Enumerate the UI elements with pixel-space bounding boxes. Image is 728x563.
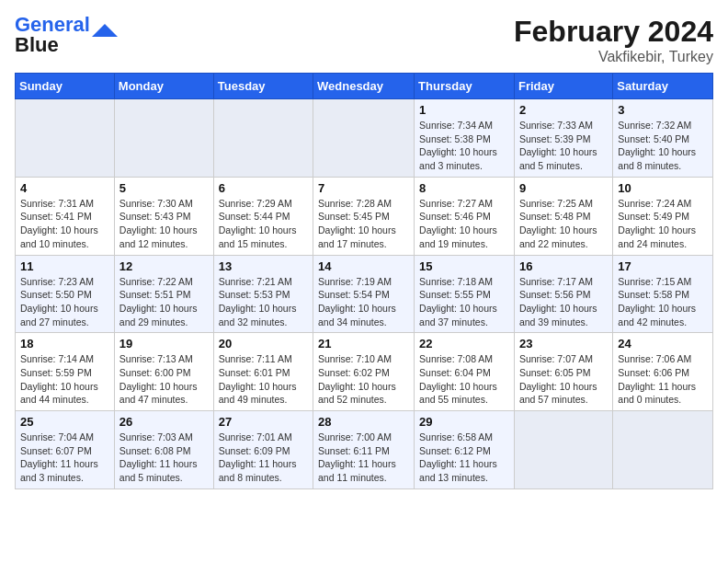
day-number: 18 [20,337,109,350]
day-info: Sunrise: 7:15 AMSunset: 5:58 PMDaylight:… [618,275,708,329]
table-row: 4Sunrise: 7:31 AMSunset: 5:41 PMDaylight… [16,177,115,255]
table-row: 12Sunrise: 7:22 AMSunset: 5:51 PMDayligh… [114,255,213,333]
table-row [213,99,313,178]
title-block: February 2024 Vakfikebir, Turkey [514,15,713,65]
day-info: Sunrise: 7:14 AMSunset: 5:59 PMDaylight:… [20,352,109,407]
calendar-week-row: 11Sunrise: 7:23 AMSunset: 5:50 PMDayligh… [16,255,713,333]
page-header: GeneralBlue February 2024 Vakfikebir, Tu… [15,15,713,65]
table-row: 21Sunrise: 7:10 AMSunset: 6:02 PMDayligh… [313,333,415,411]
day-info: Sunrise: 7:27 AMSunset: 5:46 PMDaylight:… [419,197,509,251]
table-row: 14Sunrise: 7:19 AMSunset: 5:54 PMDayligh… [313,255,415,333]
table-row: 23Sunrise: 7:07 AMSunset: 6:05 PMDayligh… [514,333,612,411]
calendar-week-row: 4Sunrise: 7:31 AMSunset: 5:41 PMDaylight… [16,177,713,255]
table-row: 2Sunrise: 7:33 AMSunset: 5:39 PMDaylight… [514,99,612,178]
calendar-table: Sunday Monday Tuesday Wednesday Thursday… [15,73,713,489]
subtitle: Vakfikebir, Turkey [514,49,713,65]
day-number: 25 [20,415,109,429]
day-number: 28 [318,415,409,429]
day-info: Sunrise: 7:21 AMSunset: 5:53 PMDaylight:… [219,275,308,329]
day-number: 2 [519,103,608,117]
day-info: Sunrise: 7:24 AMSunset: 5:49 PMDaylight:… [618,197,708,251]
main-title: February 2024 [514,15,713,49]
table-row: 25Sunrise: 7:04 AMSunset: 6:07 PMDayligh… [16,411,115,489]
table-row: 27Sunrise: 7:01 AMSunset: 6:09 PMDayligh… [213,411,313,489]
day-info: Sunrise: 7:31 AMSunset: 5:41 PMDaylight:… [20,197,109,251]
day-info: Sunrise: 7:25 AMSunset: 5:48 PMDaylight:… [519,197,608,251]
table-row: 13Sunrise: 7:21 AMSunset: 5:53 PMDayligh… [213,255,313,333]
day-number: 22 [419,337,509,350]
day-info: Sunrise: 7:17 AMSunset: 5:56 PMDaylight:… [519,275,608,329]
logo-text: GeneralBlue [15,15,90,55]
calendar-week-row: 25Sunrise: 7:04 AMSunset: 6:07 PMDayligh… [16,411,713,489]
day-number: 10 [618,181,708,195]
calendar-week-row: 18Sunrise: 7:14 AMSunset: 5:59 PMDayligh… [16,333,713,411]
col-thursday: Thursday [415,74,515,99]
table-row: 6Sunrise: 7:29 AMSunset: 5:44 PMDaylight… [213,177,313,255]
day-info: Sunrise: 7:13 AMSunset: 6:00 PMDaylight:… [119,352,209,407]
day-info: Sunrise: 7:22 AMSunset: 5:51 PMDaylight:… [119,275,209,329]
table-row: 8Sunrise: 7:27 AMSunset: 5:46 PMDaylight… [415,177,515,255]
day-number: 20 [219,337,308,350]
table-row: 10Sunrise: 7:24 AMSunset: 5:49 PMDayligh… [613,177,713,255]
day-info: Sunrise: 6:58 AMSunset: 6:12 PMDaylight:… [419,431,509,485]
day-number: 4 [20,181,109,195]
col-sunday: Sunday [16,74,115,99]
day-number: 13 [219,259,308,273]
table-row: 18Sunrise: 7:14 AMSunset: 5:59 PMDayligh… [16,333,115,411]
calendar-week-row: 1Sunrise: 7:34 AMSunset: 5:38 PMDaylight… [16,99,713,178]
table-row: 17Sunrise: 7:15 AMSunset: 5:58 PMDayligh… [613,255,713,333]
table-row [313,99,415,178]
day-info: Sunrise: 7:03 AMSunset: 6:08 PMDaylight:… [119,431,209,485]
table-row: 5Sunrise: 7:30 AMSunset: 5:43 PMDaylight… [114,177,213,255]
table-row: 7Sunrise: 7:28 AMSunset: 5:45 PMDaylight… [313,177,415,255]
table-row [16,99,115,178]
col-tuesday: Tuesday [213,74,313,99]
table-row: 15Sunrise: 7:18 AMSunset: 5:55 PMDayligh… [415,255,515,333]
day-number: 23 [519,337,608,350]
day-info: Sunrise: 7:23 AMSunset: 5:50 PMDaylight:… [20,275,109,329]
day-info: Sunrise: 7:01 AMSunset: 6:09 PMDaylight:… [219,431,308,485]
day-number: 24 [618,337,708,350]
day-number: 16 [519,259,608,273]
day-info: Sunrise: 7:00 AMSunset: 6:11 PMDaylight:… [318,431,409,485]
day-number: 1 [419,103,509,117]
day-number: 9 [519,181,608,195]
table-row: 11Sunrise: 7:23 AMSunset: 5:50 PMDayligh… [16,255,115,333]
day-number: 12 [119,259,209,273]
day-info: Sunrise: 7:11 AMSunset: 6:01 PMDaylight:… [219,352,308,407]
day-info: Sunrise: 7:06 AMSunset: 6:06 PMDaylight:… [618,352,708,407]
table-row: 3Sunrise: 7:32 AMSunset: 5:40 PMDaylight… [613,99,713,178]
day-number: 5 [119,181,209,195]
table-row [514,411,612,489]
day-number: 11 [20,259,109,273]
day-info: Sunrise: 7:28 AMSunset: 5:45 PMDaylight:… [318,197,409,251]
day-info: Sunrise: 7:33 AMSunset: 5:39 PMDaylight:… [519,119,608,173]
day-info: Sunrise: 7:30 AMSunset: 5:43 PMDaylight:… [119,197,209,251]
table-row: 26Sunrise: 7:03 AMSunset: 6:08 PMDayligh… [114,411,213,489]
table-row: 29Sunrise: 6:58 AMSunset: 6:12 PMDayligh… [415,411,515,489]
day-info: Sunrise: 7:07 AMSunset: 6:05 PMDaylight:… [519,352,608,407]
table-row: 22Sunrise: 7:08 AMSunset: 6:04 PMDayligh… [415,333,515,411]
table-row: 1Sunrise: 7:34 AMSunset: 5:38 PMDaylight… [415,99,515,178]
day-info: Sunrise: 7:19 AMSunset: 5:54 PMDaylight:… [318,275,409,329]
day-number: 19 [119,337,209,350]
day-info: Sunrise: 7:10 AMSunset: 6:02 PMDaylight:… [318,352,409,407]
day-info: Sunrise: 7:04 AMSunset: 6:07 PMDaylight:… [20,431,109,485]
col-saturday: Saturday [613,74,713,99]
day-number: 15 [419,259,509,273]
day-number: 8 [419,181,509,195]
calendar-header-row: Sunday Monday Tuesday Wednesday Thursday… [16,74,713,99]
logo: GeneralBlue [15,15,118,55]
table-row: 28Sunrise: 7:00 AMSunset: 6:11 PMDayligh… [313,411,415,489]
col-wednesday: Wednesday [313,74,415,99]
logo-icon [92,24,118,37]
day-info: Sunrise: 7:34 AMSunset: 5:38 PMDaylight:… [419,119,509,173]
table-row: 20Sunrise: 7:11 AMSunset: 6:01 PMDayligh… [213,333,313,411]
table-row: 9Sunrise: 7:25 AMSunset: 5:48 PMDaylight… [514,177,612,255]
table-row: 19Sunrise: 7:13 AMSunset: 6:00 PMDayligh… [114,333,213,411]
table-row: 16Sunrise: 7:17 AMSunset: 5:56 PMDayligh… [514,255,612,333]
table-row: 24Sunrise: 7:06 AMSunset: 6:06 PMDayligh… [613,333,713,411]
col-friday: Friday [514,74,612,99]
day-number: 27 [219,415,308,429]
day-number: 3 [618,103,708,117]
